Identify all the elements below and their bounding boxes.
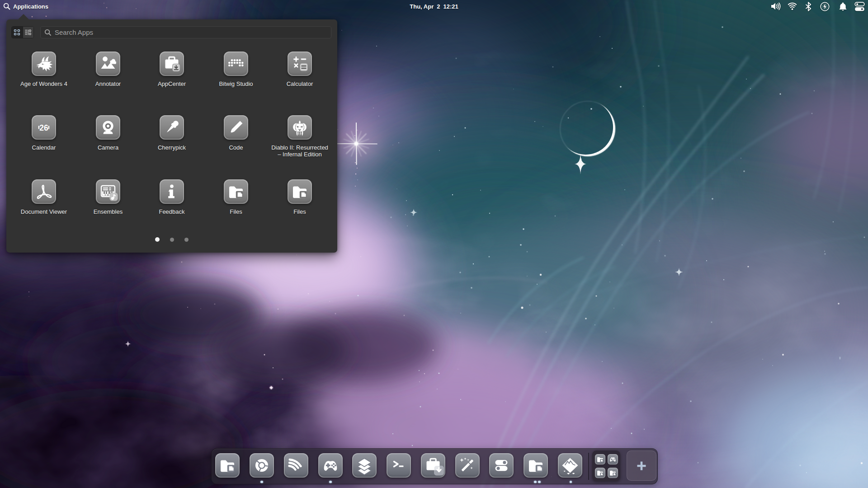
- svg-text:26: 26: [39, 123, 48, 132]
